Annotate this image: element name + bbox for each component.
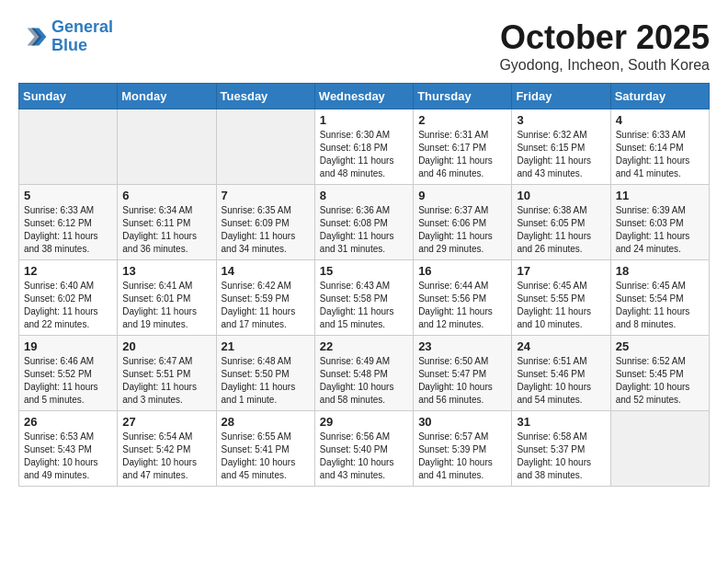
day-cell	[19, 109, 118, 185]
day-cell: 29Sunrise: 6:56 AM Sunset: 5:40 PM Dayli…	[314, 411, 413, 487]
weekday-header-saturday: Saturday	[610, 84, 709, 109]
day-number: 12	[24, 264, 112, 278]
day-info: Sunrise: 6:54 AM Sunset: 5:42 PM Dayligh…	[122, 431, 210, 482]
day-info: Sunrise: 6:48 AM Sunset: 5:50 PM Dayligh…	[222, 355, 310, 407]
day-info: Sunrise: 6:52 AM Sunset: 5:45 PM Dayligh…	[616, 355, 704, 407]
day-info: Sunrise: 6:39 AM Sunset: 6:03 PM Dayligh…	[616, 204, 704, 256]
day-info: Sunrise: 6:31 AM Sunset: 6:17 PM Dayligh…	[418, 129, 506, 180]
day-number: 9	[418, 189, 506, 202]
day-number: 18	[616, 264, 704, 278]
week-row-2: 5Sunrise: 6:33 AM Sunset: 6:12 PM Daylig…	[19, 185, 710, 260]
day-cell: 22Sunrise: 6:49 AM Sunset: 5:48 PM Dayli…	[314, 336, 413, 411]
weekday-header-friday: Friday	[512, 84, 610, 109]
day-cell: 8Sunrise: 6:36 AM Sunset: 6:08 PM Daylig…	[314, 185, 413, 260]
weekday-header-sunday: Sunday	[19, 84, 118, 109]
day-cell: 24Sunrise: 6:51 AM Sunset: 5:46 PM Dayli…	[512, 336, 610, 411]
day-info: Sunrise: 6:41 AM Sunset: 6:01 PM Dayligh…	[122, 280, 210, 331]
weekday-header-monday: Monday	[118, 84, 216, 109]
day-cell: 14Sunrise: 6:42 AM Sunset: 5:59 PM Dayli…	[216, 260, 314, 336]
day-number: 8	[320, 189, 408, 202]
day-cell: 25Sunrise: 6:52 AM Sunset: 5:45 PM Dayli…	[610, 336, 709, 411]
day-info: Sunrise: 6:57 AM Sunset: 5:39 PM Dayligh…	[418, 431, 506, 482]
logo-line1: General	[51, 17, 113, 36]
week-row-5: 26Sunrise: 6:53 AM Sunset: 5:43 PM Dayli…	[19, 411, 710, 487]
day-cell: 21Sunrise: 6:48 AM Sunset: 5:50 PM Dayli…	[216, 336, 314, 411]
weekday-header-tuesday: Tuesday	[216, 84, 314, 109]
weekday-header-wednesday: Wednesday	[314, 84, 413, 109]
day-cell: 17Sunrise: 6:45 AM Sunset: 5:55 PM Dayli…	[512, 260, 610, 336]
day-info: Sunrise: 6:49 AM Sunset: 5:48 PM Dayligh…	[320, 355, 408, 407]
day-number: 20	[122, 339, 210, 353]
day-info: Sunrise: 6:47 AM Sunset: 5:51 PM Dayligh…	[122, 355, 210, 407]
logo: General Blue	[18, 18, 113, 55]
week-row-4: 19Sunrise: 6:46 AM Sunset: 5:52 PM Dayli…	[19, 336, 710, 411]
day-info: Sunrise: 6:50 AM Sunset: 5:47 PM Dayligh…	[418, 355, 506, 407]
day-number: 2	[418, 113, 506, 127]
day-info: Sunrise: 6:33 AM Sunset: 6:12 PM Dayligh…	[24, 204, 112, 256]
weekday-header-row: SundayMondayTuesdayWednesdayThursdayFrid…	[19, 84, 710, 109]
day-cell: 7Sunrise: 6:35 AM Sunset: 6:09 PM Daylig…	[216, 185, 314, 260]
week-row-3: 12Sunrise: 6:40 AM Sunset: 6:02 PM Dayli…	[19, 260, 710, 336]
day-info: Sunrise: 6:45 AM Sunset: 5:55 PM Dayligh…	[517, 280, 605, 331]
day-number: 24	[517, 339, 605, 353]
day-info: Sunrise: 6:44 AM Sunset: 5:56 PM Dayligh…	[418, 280, 506, 331]
day-number: 1	[320, 113, 408, 127]
page-header: General Blue October 2025 Gyodong, Inche…	[18, 18, 710, 74]
day-cell: 18Sunrise: 6:45 AM Sunset: 5:54 PM Dayli…	[610, 260, 709, 336]
day-number: 15	[320, 264, 408, 278]
logo-line2: Blue	[51, 36, 87, 54]
day-cell: 19Sunrise: 6:46 AM Sunset: 5:52 PM Dayli…	[19, 336, 118, 411]
day-cell: 3Sunrise: 6:32 AM Sunset: 6:15 PM Daylig…	[512, 109, 610, 185]
day-info: Sunrise: 6:51 AM Sunset: 5:46 PM Dayligh…	[517, 355, 605, 407]
day-info: Sunrise: 6:35 AM Sunset: 6:09 PM Dayligh…	[222, 204, 310, 256]
day-cell: 13Sunrise: 6:41 AM Sunset: 6:01 PM Dayli…	[118, 260, 216, 336]
day-info: Sunrise: 6:34 AM Sunset: 6:11 PM Dayligh…	[122, 204, 210, 256]
day-cell: 4Sunrise: 6:33 AM Sunset: 6:14 PM Daylig…	[610, 109, 709, 185]
day-cell: 31Sunrise: 6:58 AM Sunset: 5:37 PM Dayli…	[512, 411, 610, 487]
day-cell	[216, 109, 314, 185]
day-cell: 27Sunrise: 6:54 AM Sunset: 5:42 PM Dayli…	[118, 411, 216, 487]
day-cell: 28Sunrise: 6:55 AM Sunset: 5:41 PM Dayli…	[216, 411, 314, 487]
day-number: 23	[418, 339, 506, 353]
day-number: 6	[122, 189, 210, 202]
day-cell: 30Sunrise: 6:57 AM Sunset: 5:39 PM Dayli…	[414, 411, 512, 487]
week-row-1: 1Sunrise: 6:30 AM Sunset: 6:18 PM Daylig…	[19, 109, 710, 185]
title-block: October 2025 Gyodong, Incheon, South Kor…	[499, 18, 710, 74]
day-cell: 10Sunrise: 6:38 AM Sunset: 6:05 PM Dayli…	[512, 185, 610, 260]
day-number: 5	[24, 189, 112, 202]
logo-text: General Blue	[51, 18, 113, 55]
day-number: 7	[222, 189, 310, 202]
day-cell: 23Sunrise: 6:50 AM Sunset: 5:47 PM Dayli…	[414, 336, 512, 411]
day-number: 21	[222, 339, 310, 353]
day-cell: 15Sunrise: 6:43 AM Sunset: 5:58 PM Dayli…	[314, 260, 413, 336]
day-info: Sunrise: 6:42 AM Sunset: 5:59 PM Dayligh…	[222, 280, 310, 331]
day-number: 25	[616, 339, 704, 353]
logo-icon	[18, 22, 48, 52]
day-number: 19	[24, 339, 112, 353]
day-info: Sunrise: 6:45 AM Sunset: 5:54 PM Dayligh…	[616, 280, 704, 331]
day-number: 26	[24, 415, 112, 429]
day-number: 27	[122, 415, 210, 429]
day-number: 28	[222, 415, 310, 429]
day-number: 13	[122, 264, 210, 278]
day-info: Sunrise: 6:58 AM Sunset: 5:37 PM Dayligh…	[517, 431, 605, 482]
day-cell: 2Sunrise: 6:31 AM Sunset: 6:17 PM Daylig…	[414, 109, 512, 185]
day-number: 22	[320, 339, 408, 353]
day-info: Sunrise: 6:32 AM Sunset: 6:15 PM Dayligh…	[517, 129, 605, 180]
weekday-header-thursday: Thursday	[414, 84, 512, 109]
day-number: 4	[616, 113, 704, 127]
day-cell	[118, 109, 216, 185]
day-number: 16	[418, 264, 506, 278]
day-number: 30	[418, 415, 506, 429]
location: Gyodong, Incheon, South Korea	[499, 57, 710, 74]
day-cell: 12Sunrise: 6:40 AM Sunset: 6:02 PM Dayli…	[19, 260, 118, 336]
month-title: October 2025	[499, 18, 710, 57]
day-info: Sunrise: 6:38 AM Sunset: 6:05 PM Dayligh…	[517, 204, 605, 256]
day-info: Sunrise: 6:46 AM Sunset: 5:52 PM Dayligh…	[24, 355, 112, 407]
day-number: 3	[517, 113, 605, 127]
day-cell: 26Sunrise: 6:53 AM Sunset: 5:43 PM Dayli…	[19, 411, 118, 487]
day-number: 17	[517, 264, 605, 278]
day-info: Sunrise: 6:40 AM Sunset: 6:02 PM Dayligh…	[24, 280, 112, 331]
day-info: Sunrise: 6:53 AM Sunset: 5:43 PM Dayligh…	[24, 431, 112, 482]
day-info: Sunrise: 6:55 AM Sunset: 5:41 PM Dayligh…	[222, 431, 310, 482]
